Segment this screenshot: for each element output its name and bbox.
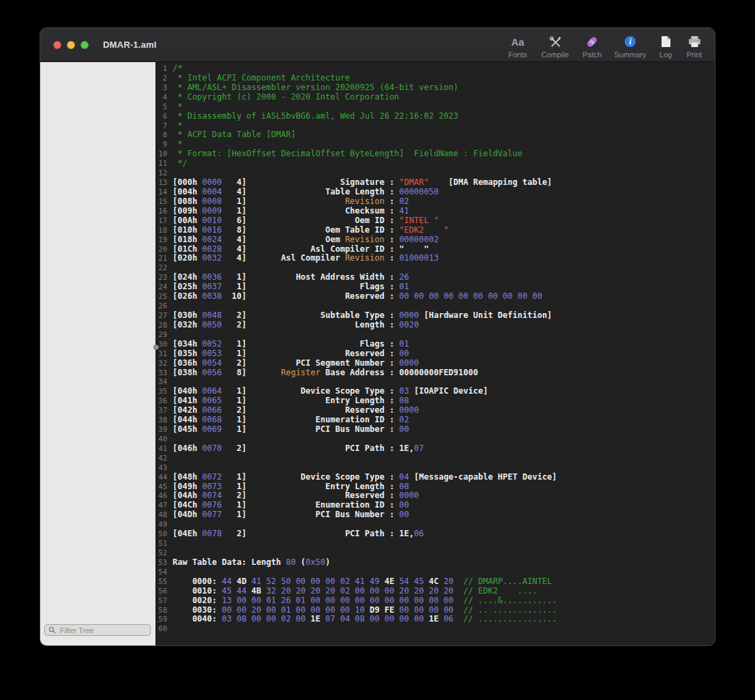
code-line: 15[008h 0008 1] Revision : 02	[156, 197, 715, 207]
line-number: 32	[156, 359, 173, 368]
line-number: 52	[156, 549, 173, 558]
compile-label: Compile	[542, 50, 569, 59]
line-number: 59	[156, 615, 173, 624]
code-text: [010h 0016 8] Oem Table ID : "EDK2 "	[173, 226, 449, 235]
code-line: 11 */	[156, 159, 715, 169]
code-line: 33[038h 0056 8] Register Base Address : …	[156, 368, 715, 378]
code-line: 46[04Ah 0074 2] Reserved : 0000	[156, 491, 715, 501]
code-text: [018h 0024 4] Oem Revision : 00000002	[173, 235, 439, 245]
code-line: 42	[156, 454, 715, 463]
print-button[interactable]: Print	[681, 35, 708, 59]
line-number: 18	[156, 226, 173, 235]
line-number: 41	[156, 444, 173, 454]
line-number: 39	[156, 425, 173, 435]
code-line: 51	[156, 539, 715, 549]
line-number: 48	[156, 510, 173, 520]
line-number: 21	[156, 254, 173, 263]
code-text: [025h 0037 1] Flags : 01	[173, 282, 409, 292]
line-number: 12	[156, 169, 173, 178]
code-line: 39[045h 0069 1] PCI Bus Number : 00	[156, 425, 715, 435]
line-number: 56	[156, 587, 173, 596]
code-text: [040h 0064 1] Device Scope Type : 03 [IO…	[173, 387, 488, 396]
code-line: 29	[156, 330, 715, 340]
code-line: 47[04Ch 0076 1] Enumeration ID : 00	[156, 501, 715, 510]
summary-label: Summary	[614, 50, 646, 59]
code-line: 57 0020: 13 00 00 01 26 01 00 00 00 00 0…	[156, 596, 715, 606]
code-line: 6 * Disassembly of iASL5bvBG6.aml, Wed J…	[156, 112, 715, 121]
log-label: Log	[660, 50, 672, 59]
code-line: 45[049h 0073 1] Entry Length : 08	[156, 482, 715, 492]
code-text: [008h 0008 1] Revision : 02	[173, 197, 409, 207]
code-line: 10 * Format: [HexOffset DecimalOffset By…	[156, 149, 715, 159]
line-number: 54	[156, 568, 173, 577]
code-line: 53Raw Table Data: Length 80 (0x50)	[156, 558, 715, 568]
code-text: *	[173, 102, 188, 112]
code-text: /*	[173, 64, 182, 74]
filter-tree-input[interactable]	[59, 626, 147, 635]
code-line: 56 0010: 45 44 4B 32 20 20 20 20 02 00 0…	[156, 587, 715, 596]
line-number: 26	[156, 302, 173, 311]
splitter-handle[interactable]	[153, 345, 159, 350]
line-number: 46	[156, 491, 173, 501]
line-number: 6	[156, 112, 173, 121]
code-line: 59 0040: 03 08 00 00 02 00 1E 07 04 08 0…	[156, 615, 715, 624]
line-number: 28	[156, 321, 173, 330]
log-button[interactable]: Log	[652, 35, 679, 59]
code-text: 0040: 03 08 00 00 02 00 1E 07 04 08 00 0…	[173, 615, 557, 624]
code-text: 0030: 00 00 20 00 01 00 00 00 00 10 D9 F…	[173, 606, 557, 615]
compile-tools-icon	[548, 35, 562, 49]
code-line: 1/*	[156, 64, 715, 74]
code-line: 18[010h 0016 8] Oem Table ID : "EDK2 "	[156, 226, 715, 235]
code-text: [044h 0068 1] Enumeration ID : 02	[173, 415, 409, 425]
line-number: 7	[156, 121, 173, 131]
code-editor[interactable]: 1/*2 * Intel ACPI Component Architecture…	[156, 62, 715, 645]
line-number: 60	[156, 624, 173, 634]
filter-tree-field	[44, 624, 151, 636]
code-text: [045h 0069 1] PCI Bus Number : 00	[173, 425, 409, 435]
line-number: 5	[156, 102, 173, 112]
summary-button[interactable]: i Summary	[610, 35, 651, 59]
line-number: 24	[156, 282, 173, 292]
line-number: 43	[156, 463, 173, 473]
code-text: [024h 0036 1] Host Address Width : 26	[173, 273, 409, 282]
close-button[interactable]	[53, 41, 61, 49]
line-number: 27	[156, 311, 173, 321]
line-number: 37	[156, 406, 173, 415]
line-number: 17	[156, 216, 173, 226]
code-line: 16[009h 0009 1] Checksum : 41	[156, 207, 715, 216]
fonts-icon: Aa	[511, 35, 524, 49]
line-number: 2	[156, 74, 173, 83]
line-number: 51	[156, 539, 173, 549]
line-number: 11	[156, 159, 173, 169]
code-text: * Intel ACPI Component Architecture	[173, 74, 350, 83]
compile-button[interactable]: Compile	[536, 35, 574, 59]
code-text: *	[173, 140, 188, 149]
code-line: 41[046h 0070 2] PCI Path : 1E,07	[156, 444, 715, 454]
code-text: [042h 0066 2] Reserved : 0000	[173, 406, 419, 415]
code-area: 1/*2 * Intel ACPI Component Architecture…	[156, 64, 715, 634]
code-line: 54	[156, 568, 715, 577]
code-text: [038h 0056 8] Register Base Address : 00…	[173, 368, 478, 378]
document-icon	[661, 35, 671, 49]
line-number: 25	[156, 292, 173, 302]
patch-bandage-icon	[585, 35, 599, 49]
code-line: 49	[156, 520, 715, 529]
code-line: 20[01Ch 0028 4] Asl Compiler ID : " "	[156, 245, 715, 254]
line-number: 58	[156, 606, 173, 615]
code-text: [035h 0053 1] Reserved : 00	[173, 349, 409, 359]
code-text: [048h 0072 1] Device Scope Type : 04 [Me…	[173, 473, 557, 482]
line-number: 42	[156, 454, 173, 463]
patch-button[interactable]: Patch	[576, 35, 608, 59]
window-content: 1/*2 * Intel ACPI Component Architecture…	[40, 62, 715, 645]
code-line: 52	[156, 549, 715, 558]
line-number: 44	[156, 473, 173, 482]
minimize-button[interactable]	[67, 41, 75, 49]
code-line: 31[035h 0053 1] Reserved : 00	[156, 349, 715, 359]
code-text: [04Eh 0078 2] PCI Path : 1E,06	[173, 529, 424, 539]
fonts-button[interactable]: Aa Fonts	[501, 35, 535, 59]
code-line: 40	[156, 435, 715, 444]
code-text: [00Ah 0010 6] Oem ID : "INTEL "	[173, 216, 439, 226]
code-line: 44[048h 0072 1] Device Scope Type : 04 […	[156, 473, 715, 482]
zoom-button[interactable]	[80, 41, 89, 49]
code-line: 24[025h 0037 1] Flags : 01	[156, 282, 715, 292]
